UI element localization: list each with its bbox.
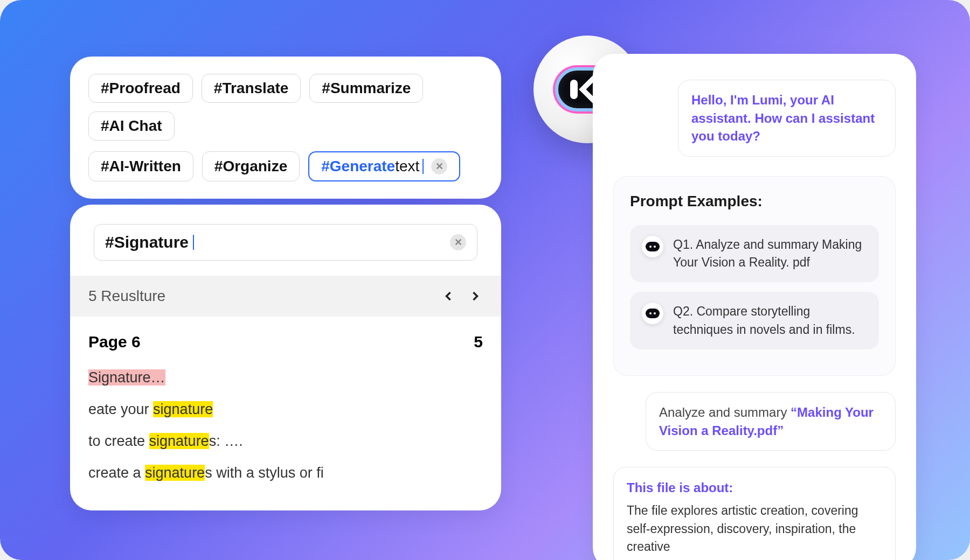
clear-icon[interactable]: ✕ <box>431 158 447 174</box>
result-line[interactable]: Signature… <box>88 362 483 394</box>
result-line[interactable]: eate your signature <box>88 394 483 425</box>
page-match-count: 5 <box>474 333 483 351</box>
tag-translate[interactable]: #Translate <box>202 74 301 103</box>
prompt-example[interactable]: Q1. Analyze and summary Making Your Visi… <box>630 225 879 283</box>
tag-ai-chat[interactable]: #AI Chat <box>88 111 175 141</box>
prompt-examples-card: Prompt Examples: Q1. Analyze and summary… <box>613 176 896 376</box>
chevron-right-icon[interactable] <box>468 289 483 304</box>
result-line[interactable]: to create signatures: …. <box>88 425 483 457</box>
tag-generate-input[interactable]: #Generate text ✕ <box>308 151 460 181</box>
chevron-left-icon[interactable] <box>441 289 456 304</box>
tag-proofread[interactable]: #Proofread <box>88 74 193 103</box>
tag-summarize[interactable]: #Summarize <box>309 74 423 103</box>
ai-assistant-panel: Hello, I'm Lumi, your AI assistant. How … <box>593 54 916 560</box>
lumi-mini-icon <box>642 303 663 324</box>
user-message: Analyze and summary “Making Your Vision … <box>646 392 896 451</box>
page-label: Page 6 <box>88 333 141 351</box>
result-lines: Signature…eate your signatureto create s… <box>70 355 501 510</box>
search-input[interactable]: #Signature ✕ <box>94 224 477 261</box>
assistant-response: This file is about: The file explores ar… <box>613 467 896 560</box>
command-tags-card: #Proofread #Translate #Summarize #AI Cha… <box>70 57 501 199</box>
prompt-examples-title: Prompt Examples: <box>630 193 879 210</box>
results-count: 5 Reuslture <box>88 288 165 305</box>
prompt-example[interactable]: Q2. Compare storytelling techniques in n… <box>630 292 879 349</box>
tag-ai-written[interactable]: #AI-Written <box>88 151 193 181</box>
text-cursor-icon <box>193 235 194 250</box>
results-header: 5 Reuslture <box>70 276 501 317</box>
lumi-mini-icon <box>642 236 663 257</box>
clear-icon[interactable]: ✕ <box>450 234 466 250</box>
search-results-card: #Signature ✕ 5 Reuslture Page 6 5 Signat… <box>70 205 501 510</box>
result-line[interactable]: create a signatures with a stylus or fi <box>88 457 483 489</box>
tag-organize[interactable]: #Organize <box>202 151 300 181</box>
assistant-greeting: Hello, I'm Lumi, your AI assistant. How … <box>678 80 896 157</box>
text-cursor-icon <box>422 159 424 174</box>
